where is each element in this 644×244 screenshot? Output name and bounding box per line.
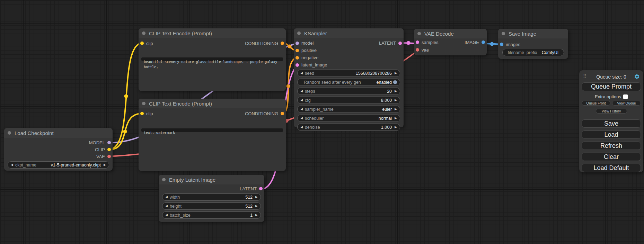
save-button[interactable]: Save [582,119,641,128]
decrement-arrow-icon[interactable]: ◀ [165,205,168,208]
widget-label: denoise [305,125,320,130]
ckpt-name-widget[interactable]: ◀ ckpt_name v1-5-pruned-emaonly.ckpt ▶ [8,161,109,169]
decrement-arrow-icon[interactable]: ◀ [300,117,303,120]
node-save-image[interactable]: Save Image images filename_prefix ComfyU… [498,29,568,59]
view-queue-button[interactable]: View Queue [612,101,641,106]
toggle-value: enabled [377,80,392,85]
node-title-bar[interactable]: CLIP Text Encode (Prompt) [139,99,286,108]
positive-prompt-textarea[interactable]: beautiful scenery nature glass bottle la… [141,57,283,61]
model-output-dot[interactable] [107,141,111,144]
queue-panel: ⠿ Queue size: 0 Queue Prompt Extra optio… [579,70,643,172]
vae-input-dot[interactable] [416,48,419,52]
decrement-arrow-icon[interactable]: ◀ [300,108,303,111]
node-ksampler[interactable]: KSampler model positive negative latent_… [294,28,404,127]
load-default-button[interactable]: Load Default [582,164,641,172]
height-widget[interactable]: ◀ height 512 ▶ [162,202,261,210]
collapse-dot-icon[interactable] [502,32,505,35]
collapse-dot-icon[interactable] [162,178,166,181]
node-empty-latent-image[interactable]: Empty Latent Image LATENT ◀ width 512 ▶ … [159,175,264,222]
link-dot [286,84,290,88]
increment-arrow-icon[interactable]: ▶ [395,90,397,93]
link-dot [124,94,128,98]
slot-label: IMAGE [465,40,479,45]
width-widget[interactable]: ◀ width 512 ▶ [162,193,261,201]
latent-image-input-dot[interactable] [295,63,299,67]
scheduler-widget[interactable]: ◀ scheduler normal ▶ [297,115,400,122]
widget-label: sampler_name [305,107,334,112]
vae-output-dot[interactable] [107,155,111,158]
node-title-bar[interactable]: Save Image [498,29,568,38]
node-title-bar[interactable]: CLIP Text Encode (Prompt) [139,28,286,38]
settings-gear-icon[interactable] [634,74,640,80]
collapse-dot-icon[interactable] [297,31,301,35]
collapse-dot-icon[interactable] [417,32,421,35]
decrement-arrow-icon[interactable]: ◀ [300,72,303,75]
node-vae-decode[interactable]: VAE Decode samples vae IMAGE [414,29,487,55]
node-load-checkpoint[interactable]: Load Checkpoint MODEL CLIP VAE ◀ ckpt_na… [4,128,113,171]
node-title-bar[interactable]: Empty Latent Image [159,175,264,184]
filename-prefix-widget[interactable]: filename_prefix ComfyUI [502,49,564,56]
queue-prompt-button[interactable]: Queue Prompt [582,82,641,91]
batch-size-widget[interactable]: ◀ batch_size 1 ▶ [162,211,261,219]
increment-arrow-icon[interactable]: ▶ [104,163,106,166]
output-slot-conditioning: CONDITIONING [139,39,286,47]
collapse-dot-icon[interactable] [8,131,11,135]
denoise-widget[interactable]: ◀ denoise 1.000 ▶ [297,124,400,131]
view-history-button[interactable]: View History [596,109,627,114]
link-dot [288,45,292,48]
widget-value: ComfyUI [542,50,559,55]
random-seed-toggle[interactable]: Random seed after every gen enabled [297,79,400,86]
negative-prompt-textarea[interactable]: text, watermark [141,128,283,132]
collapse-dot-icon[interactable] [142,31,145,35]
latent-output-dot[interactable] [259,187,263,190]
node-clip-text-encode-negative[interactable]: CLIP Text Encode (Prompt) clip CONDITION… [139,99,286,171]
refresh-button[interactable]: Refresh [582,142,641,150]
drag-handle-icon[interactable]: ⠿ [583,74,586,79]
node-clip-text-encode-positive[interactable]: CLIP Text Encode (Prompt) clip CONDITION… [139,28,286,91]
increment-arrow-icon[interactable]: ▶ [255,205,258,208]
widget-label: filename_prefix [508,50,537,55]
node-title-bar[interactable]: VAE Decode [414,29,487,38]
collapse-dot-icon[interactable] [142,102,145,105]
sampler-name-widget[interactable]: ◀ sampler_name euler ▶ [297,106,400,113]
seed-widget[interactable]: ◀ seed 156680208700286 ▶ [297,70,400,77]
decrement-arrow-icon[interactable]: ◀ [165,196,168,199]
conditioning-output-dot[interactable] [281,42,284,45]
decrement-arrow-icon[interactable]: ◀ [300,99,303,102]
widget-label: scheduler [305,116,324,121]
widget-label: cfg [305,98,311,103]
decrement-arrow-icon[interactable]: ◀ [11,163,13,166]
decrement-arrow-icon[interactable]: ◀ [165,214,168,217]
increment-arrow-icon[interactable]: ▶ [255,214,258,217]
positive-input-dot[interactable] [295,49,299,52]
widget-value: 20 [387,89,392,94]
increment-arrow-icon[interactable]: ▶ [255,196,258,199]
toggle-knob-icon[interactable] [393,80,397,84]
image-output-dot[interactable] [482,40,485,44]
widget-label: seed [305,71,314,76]
increment-arrow-icon[interactable]: ▶ [395,117,397,120]
load-button[interactable]: Load [582,130,641,139]
increment-arrow-icon[interactable]: ▶ [395,108,397,111]
clear-button[interactable]: Clear [582,153,641,161]
extra-options-checkbox[interactable] [623,94,628,99]
steps-widget[interactable]: ◀ steps 20 ▶ [297,88,400,95]
latent-output-dot[interactable] [398,42,402,45]
increment-arrow-icon[interactable]: ▶ [395,99,397,102]
clip-output-dot[interactable] [107,148,111,151]
conditioning-output-dot[interactable] [281,112,284,115]
queue-front-button[interactable]: Queue Front [582,101,610,106]
decrement-arrow-icon[interactable]: ◀ [300,126,303,129]
negative-input-dot[interactable] [295,56,299,60]
increment-arrow-icon[interactable]: ▶ [395,126,397,129]
cfg-widget[interactable]: ◀ cfg 8.000 ▶ [297,97,400,104]
node-graph-canvas[interactable]: Load Checkpoint MODEL CLIP VAE ◀ ckpt_na… [0,0,644,244]
extra-options-row: Extra options [582,94,641,99]
slot-label: vae [422,47,429,53]
increment-arrow-icon[interactable]: ▶ [395,72,397,75]
node-title-bar[interactable]: KSampler [294,28,404,38]
images-input-dot[interactable] [500,43,503,46]
node-title-bar[interactable]: Load Checkpoint [4,128,113,138]
node-title: VAE Decode [424,31,454,37]
decrement-arrow-icon[interactable]: ◀ [300,90,303,93]
